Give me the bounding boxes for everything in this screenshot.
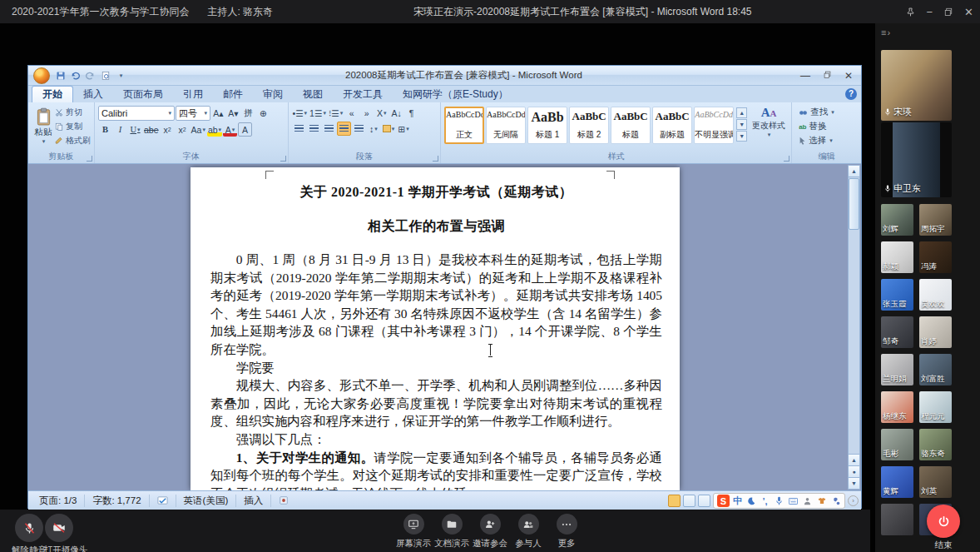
align-left-button[interactable] (292, 122, 306, 136)
office-button[interactable] (33, 67, 50, 84)
select-browse-object-icon[interactable]: ● (849, 465, 859, 477)
pin-icon[interactable] (905, 7, 916, 17)
style-heading1[interactable]: AaBb 标题 1 (527, 107, 567, 144)
italic-button[interactable]: I (113, 122, 127, 137)
participant-thumbnail[interactable]: 黄辉 (881, 466, 913, 498)
participants-button[interactable]: 参与人 (513, 514, 543, 550)
ime-expand-icon[interactable]: › (848, 495, 859, 506)
next-page-icon[interactable]: ▼ (849, 477, 859, 489)
camera-on-button[interactable] (45, 514, 73, 542)
ime-userbar-icon[interactable] (802, 495, 813, 506)
shading-button[interactable]: ▾ (382, 122, 396, 136)
change-styles-button[interactable]: AA 更改样式 ▾ (750, 104, 788, 151)
participant-thumbnail[interactable]: 张玉霞 (881, 279, 913, 311)
scroll-up-icon[interactable]: ▲ (849, 166, 859, 177)
tab-insert[interactable]: 插入 (73, 87, 113, 102)
page-indicator[interactable]: 页面: 1/3 (32, 495, 85, 507)
ime-toolbox-icon[interactable] (830, 495, 841, 506)
participant-thumbnail[interactable]: 兰明娟 (881, 354, 913, 385)
featured-video-tile[interactable]: 申卫东 (881, 122, 952, 197)
participant-thumbnail[interactable]: 杨继东 (881, 391, 913, 423)
style-subtitle[interactable]: AaBbC 副标题 (652, 107, 692, 144)
participant-thumbnail[interactable]: 刘英 (919, 466, 952, 498)
multilevel-list-button[interactable]: ⁝☰▾ (328, 106, 344, 120)
styles-scroll-up-icon[interactable]: ▲ (736, 107, 747, 118)
tab-home[interactable]: 开始 (32, 86, 73, 102)
increase-indent-button[interactable]: » (359, 106, 374, 120)
style-subtle-emphasis[interactable]: AaBbCcDd 不明显强调 (694, 107, 734, 144)
participant-thumbnail[interactable] (881, 504, 913, 535)
bold-button[interactable]: B (98, 122, 112, 137)
copy-button[interactable]: 复制 (55, 121, 91, 132)
style-title[interactable]: AaBbC 标题 (611, 107, 651, 144)
align-center-button[interactable] (307, 122, 321, 136)
participant-thumbnail[interactable]: 肖婷 (919, 316, 952, 348)
cut-button[interactable]: 剪切 (55, 107, 91, 118)
word-close-icon[interactable]: ✕ (844, 70, 853, 82)
change-case-button[interactable]: Aa▾ (191, 122, 206, 137)
participant-thumbnail[interactable]: 毛彬 (881, 429, 913, 460)
numbering-button[interactable]: 1☰▾ (309, 106, 327, 120)
ime-keyboard-icon[interactable] (788, 495, 799, 506)
decrease-indent-button[interactable]: « (344, 106, 359, 120)
participant-thumbnail[interactable]: 刘辉 (881, 204, 913, 236)
font-color-button[interactable]: A▾ (223, 122, 237, 137)
subscript-button[interactable]: x2 (161, 122, 175, 137)
participant-thumbnail[interactable]: 邹奇 (881, 316, 913, 348)
underline-button[interactable]: U▾ (128, 122, 142, 137)
word-restore-icon[interactable] (823, 70, 832, 82)
save-icon[interactable] (54, 69, 67, 82)
bullets-button[interactable]: •☰▾ (292, 106, 309, 120)
participant-thumbnail[interactable]: 刘富胜 (919, 354, 952, 385)
styles-scroll-down-icon[interactable]: ▼ (736, 119, 747, 130)
styles-more-icon[interactable]: ▼ (736, 131, 747, 142)
print-layout-view-button[interactable] (668, 495, 681, 507)
grow-font-button[interactable]: A▴ (211, 107, 225, 121)
line-spacing-button[interactable]: ↕▾ (367, 122, 381, 136)
tab-view[interactable]: 视图 (293, 87, 333, 102)
paragraph-dialog-launcher[interactable] (433, 156, 438, 162)
tab-mailings[interactable]: 邮件 (213, 87, 253, 102)
help-icon[interactable]: ? (845, 88, 857, 100)
share-screen-button[interactable]: 屏幕演示 (398, 514, 428, 550)
tab-cnki-estudy[interactable]: 知网研学（原E-Study） (393, 87, 518, 102)
ime-language-icon[interactable]: 中 (733, 495, 742, 507)
word-count[interactable]: 字数: 1,772 (85, 495, 149, 507)
invite-button[interactable]: 邀请参会 (475, 514, 505, 550)
tab-developer[interactable]: 开发工具 (333, 87, 393, 102)
font-name-select[interactable]: Calibri▾ (98, 106, 175, 121)
find-button[interactable]: 查找▾ (799, 107, 858, 118)
style-heading2[interactable]: AaBbC 标题 2 (569, 107, 609, 144)
print-preview-icon[interactable] (99, 69, 111, 82)
show-marks-button[interactable]: ¶ (404, 106, 418, 120)
ime-logo-icon[interactable]: S (717, 495, 730, 507)
participant-thumbnail[interactable]: 周拓宇 (919, 204, 952, 236)
ime-voice-icon[interactable] (774, 495, 784, 506)
shrink-font-button[interactable]: A▾ (226, 107, 240, 121)
word-minimize-icon[interactable]: — (800, 70, 810, 82)
participant-thumbnail[interactable]: 郝颖 (881, 241, 913, 273)
font-size-select[interactable]: 四号▾ (176, 106, 210, 121)
enclose-characters-button[interactable]: ⊕ (256, 107, 270, 121)
unmute-button[interactable] (15, 514, 43, 542)
macro-record-icon[interactable] (271, 495, 296, 507)
web-layout-view-button[interactable] (698, 495, 710, 507)
language-indicator[interactable]: 英语(美国) (176, 495, 237, 507)
featured-video-tile[interactable]: 宋瑛 (881, 50, 952, 121)
select-button[interactable]: 选择▾ (799, 135, 858, 147)
close-icon[interactable]: ✕ (964, 7, 973, 17)
asian-layout-button[interactable]: X▾ (374, 106, 389, 120)
style-normal[interactable]: AaBbCcDd 正文 (444, 107, 484, 144)
borders-button[interactable]: ⊞▾ (397, 122, 411, 136)
strikethrough-button[interactable]: abe (143, 122, 160, 137)
tab-review[interactable]: 审阅 (253, 87, 293, 102)
document-page[interactable]: 关于 2020-2021-1 学期开学考试（延期考试） 相关工作的布置与强调 0… (191, 167, 680, 490)
sort-button[interactable]: A↓ (389, 106, 403, 120)
superscript-button[interactable]: x2 (176, 122, 190, 137)
align-right-button[interactable] (322, 122, 336, 136)
replace-button[interactable]: ab 替换 (799, 121, 858, 132)
tab-page-layout[interactable]: 页面布局 (113, 87, 173, 102)
ime-punctuation-icon[interactable]: ’, (760, 495, 770, 506)
clipboard-dialog-launcher[interactable] (87, 156, 92, 162)
vertical-scrollbar[interactable]: ▲ ▲ ● ▼ (848, 165, 860, 490)
